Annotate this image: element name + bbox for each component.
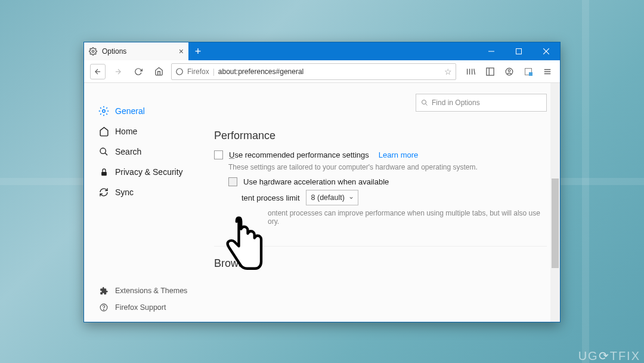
bookmark-star-icon[interactable]: ☆ — [444, 67, 452, 76]
sidebar-item-label: Privacy & Security — [115, 167, 183, 177]
home-button[interactable] — [151, 64, 166, 79]
browser-tab-options[interactable]: Options × — [84, 42, 188, 60]
url-text: about:preferences#general — [218, 67, 441, 76]
recommended-settings-row: Use recommended performance settings Lea… — [214, 150, 547, 159]
hw-accel-label: Use hardware acceleration when available — [243, 177, 389, 186]
menu-button[interactable] — [541, 65, 554, 78]
sidebar-item-general[interactable]: General — [98, 101, 203, 121]
window-close-button[interactable] — [532, 42, 560, 60]
pocket-icon[interactable] — [522, 65, 535, 78]
account-icon[interactable] — [503, 65, 516, 78]
sidebar-firefox-support[interactable]: Firefox Support — [98, 299, 203, 316]
svg-line-9 — [474, 69, 475, 75]
process-limit-row: tent process limit 8 (default) — [228, 190, 547, 205]
sidebar-item-label: Home — [115, 127, 137, 136]
svg-point-17 — [103, 110, 106, 113]
firefox-icon — [175, 67, 184, 76]
sidebar-item-privacy[interactable]: Privacy & Security — [98, 162, 203, 182]
gear-icon — [89, 47, 97, 56]
url-bar[interactable]: Firefox | about:preferences#general ☆ — [171, 63, 456, 80]
tab-title: Options — [102, 47, 126, 56]
scrollbar-thumb[interactable] — [552, 179, 559, 268]
hw-accel-checkbox[interactable] — [228, 177, 237, 186]
watermark: UG⟳TFIX — [578, 349, 640, 363]
content-area: General Home Search Privacy & Security — [84, 83, 560, 322]
url-identity: Firefox — [187, 67, 209, 76]
lock-icon — [98, 167, 109, 177]
sidebar-item-home[interactable]: Home — [98, 121, 203, 141]
recommended-hint: These settings are tailored to your comp… — [228, 163, 547, 171]
new-tab-button[interactable]: + — [188, 42, 208, 60]
svg-rect-10 — [487, 67, 494, 75]
svg-point-13 — [508, 69, 510, 72]
toolbar-right — [461, 65, 554, 78]
sidebar-extensions-themes[interactable]: Extensions & Themes — [98, 282, 203, 299]
performance-heading: Performance — [214, 130, 547, 142]
gear-icon — [98, 106, 109, 116]
process-limit-hint: ontent processes can improve performance… — [243, 209, 547, 226]
home-icon — [98, 126, 109, 137]
sidebar-item-label: Firefox Support — [115, 303, 166, 312]
library-icon[interactable] — [465, 65, 478, 78]
window-maximize-button[interactable] — [505, 42, 532, 60]
sync-icon — [98, 187, 109, 198]
sidebar-item-label: General — [115, 106, 145, 116]
sidebar-icon[interactable] — [484, 65, 497, 78]
sidebar-item-label: Search — [115, 147, 141, 156]
sidebar-item-label: Sync — [115, 187, 134, 197]
scrollbar[interactable] — [550, 83, 560, 322]
titlebar: Options × + — [84, 42, 560, 60]
toolbar: Firefox | about:preferences#general ☆ — [84, 60, 560, 83]
learn-more-link[interactable]: Learn more — [379, 150, 418, 159]
svg-point-18 — [100, 148, 106, 153]
search-icon — [421, 99, 428, 106]
browsing-heading: Browsing — [214, 246, 547, 270]
sidebar-item-search[interactable]: Search — [98, 141, 203, 162]
preferences-main: Find in Options Performance Use recommen… — [203, 83, 560, 322]
find-placeholder: Find in Options — [432, 99, 480, 107]
recommended-settings-checkbox[interactable] — [214, 150, 223, 159]
firefox-window: Options × + Firefox — [83, 42, 561, 322]
back-button[interactable] — [90, 64, 106, 79]
puzzle-icon — [98, 285, 109, 296]
process-limit-label: tent process limit — [242, 193, 300, 202]
find-in-options-input[interactable]: Find in Options — [416, 94, 547, 112]
search-icon — [98, 146, 109, 157]
svg-rect-20 — [101, 171, 107, 175]
svg-point-5 — [177, 68, 183, 75]
svg-rect-2 — [516, 49, 522, 54]
svg-line-19 — [105, 153, 107, 155]
forward-button[interactable] — [110, 64, 126, 79]
reload-button[interactable] — [131, 64, 146, 79]
svg-line-24 — [426, 104, 428, 106]
svg-point-0 — [92, 50, 94, 53]
recommended-settings-label: Use recommended performance settings — [229, 150, 369, 159]
sidebar-item-sync[interactable]: Sync — [98, 182, 203, 202]
help-icon — [98, 302, 109, 313]
sidebar-item-label: Extensions & Themes — [115, 287, 187, 295]
tab-close-icon[interactable]: × — [179, 47, 184, 56]
svg-point-23 — [422, 100, 426, 104]
process-limit-select[interactable]: 8 (default) — [306, 190, 358, 205]
preferences-sidebar: General Home Search Privacy & Security — [84, 83, 203, 322]
svg-point-22 — [104, 309, 104, 310]
window-minimize-button[interactable] — [478, 42, 505, 60]
hw-accel-row: Use hardware acceleration when available — [228, 177, 547, 186]
